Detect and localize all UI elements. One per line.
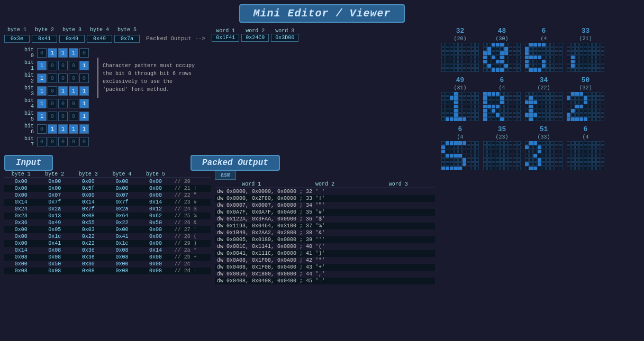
- px-r2-c5: [546, 150, 550, 153]
- main-container: Mini Editor / Viewer byte 1 byte 2 byte …: [0, 0, 644, 341]
- px-r4-c7: [596, 109, 600, 113]
- char-sub-9: (23): [495, 134, 508, 140]
- px-r0-c6: [509, 92, 512, 96]
- bit-row-5: bit 510001: [21, 110, 89, 122]
- bit-cell-r7-c2: 0: [58, 137, 68, 146]
- px-r6-c2: [575, 117, 579, 121]
- px-r4-c5: [462, 158, 466, 162]
- px-r0-c6: [550, 92, 554, 96]
- bit-cell-r4-c4: 1: [79, 99, 89, 108]
- px-r3-c7: [513, 56, 516, 59]
- px-r3-c0: [441, 154, 445, 158]
- px-r3-c2: [533, 105, 537, 108]
- px-r2-c1: [529, 100, 533, 104]
- px-r1-c2: [575, 47, 579, 51]
- bit-cell-r6-c0: 0: [37, 124, 47, 134]
- px-r1-c1: [446, 96, 449, 100]
- px-r5-c2: [575, 162, 579, 166]
- px-r6-c2: [450, 167, 453, 170]
- px-r5-c7: [596, 64, 600, 68]
- char-sub-2: (4: [540, 36, 547, 42]
- px-r1-c4: [542, 47, 546, 51]
- px-r1-c1: [571, 47, 575, 51]
- px-r0-c0: [483, 43, 487, 47]
- tab-asm[interactable]: asm: [215, 171, 236, 180]
- px-r0-c6: [550, 43, 554, 47]
- px-r3-c1: [571, 56, 575, 59]
- input-cell-r1-c0: 0x00: [4, 185, 38, 192]
- px-r5-c6: [509, 162, 512, 166]
- input-cell-r12-c0: 0x00: [4, 261, 38, 268]
- top-section: byte 1 byte 2 byte 3 byte 4 byte 5 0x3e …: [4, 25, 435, 45]
- px-r5-c5: [588, 113, 592, 117]
- input-row-4: 0x240x2a0x7f0x2a0x12// 24 $: [4, 206, 211, 213]
- px-r6-c3: [454, 117, 458, 121]
- bit-row-7: bit 700000: [21, 136, 89, 148]
- input-cell-r10-c3: 0x08: [105, 247, 139, 254]
- px-r4-c7: [513, 158, 516, 162]
- px-r6-c2: [575, 68, 579, 72]
- px-r5-c8: [517, 113, 521, 117]
- px-r0-c0: [525, 43, 529, 47]
- input-cell-r7-c5: // 27 ': [173, 226, 211, 233]
- px-r4-c4: [542, 158, 546, 162]
- px-r5-c4: [500, 113, 504, 117]
- px-r5-c4: [500, 64, 504, 68]
- bit-row-label-1: bit 1: [21, 60, 36, 71]
- px-r2-c4: [584, 51, 587, 55]
- px-r1-c8: [517, 96, 521, 100]
- px-r1-c6: [467, 47, 470, 51]
- px-r1-c5: [546, 145, 550, 149]
- px-r6-c4: [542, 117, 546, 121]
- byte-label-3: byte 3: [59, 27, 85, 33]
- input-cell-r4-c4: 0x12: [139, 206, 173, 213]
- input-cell-r5-c5: // 25 %: [173, 213, 211, 219]
- bit-row-0: bit 001110: [21, 47, 89, 59]
- input-cell-r2-c4: 0x00: [139, 192, 173, 199]
- px-r4-c2: [492, 158, 495, 162]
- px-r0-c1: [529, 141, 533, 145]
- px-r2-c1: [487, 100, 491, 104]
- byte-val-1: 0x3e: [4, 35, 30, 43]
- bit-cell-r4-c1: 0: [48, 99, 57, 108]
- middle-section: bit 001110bit 110001bit 210000bit 310111…: [4, 45, 435, 151]
- px-r2-c2: [492, 100, 495, 104]
- px-r6-c6: [509, 68, 512, 72]
- px-r6-c5: [546, 68, 550, 72]
- px-r3-c5: [588, 105, 592, 108]
- px-r2-c5: [588, 150, 592, 153]
- input-cell-r7-c4: 0x00: [139, 226, 173, 233]
- output-cell-6: dw 0x1B49, 0x2AA2, 0x2800 ; 38 '&': [215, 229, 435, 236]
- px-r3-c0: [483, 105, 487, 108]
- input-cell-r11-c5: // 2b +: [173, 254, 211, 261]
- char-block-1: 48(30): [483, 27, 521, 72]
- px-r0-c1: [446, 92, 449, 96]
- px-r6-c6: [550, 117, 554, 121]
- px-r2-c6: [509, 51, 512, 55]
- px-r0-c4: [458, 92, 462, 96]
- px-r3-c8: [517, 56, 521, 59]
- bit-cell-r7-c1: 0: [48, 137, 57, 146]
- px-r1-c5: [462, 145, 466, 149]
- char-sub-1: (30): [495, 36, 508, 42]
- px-r0-c0: [567, 141, 570, 145]
- px-r0-c5: [504, 141, 508, 145]
- px-r5-c7: [471, 64, 475, 68]
- px-r2-c0: [483, 150, 487, 153]
- px-r4-c3: [496, 109, 500, 113]
- px-r3-c4: [542, 154, 546, 158]
- input-row-1: 0x000x000x5f0x000x00// 21 !: [4, 185, 211, 192]
- px-r3-c7: [471, 56, 475, 59]
- px-r1-c1: [529, 145, 533, 149]
- px-r2-c6: [592, 100, 596, 104]
- px-r6-c5: [546, 167, 550, 170]
- char-code-9: 35: [498, 125, 506, 133]
- char-block-9: 35(23): [483, 125, 521, 170]
- px-r0-c2: [492, 92, 495, 96]
- px-r3-c0: [567, 56, 570, 59]
- px-r3-c1: [529, 56, 533, 59]
- px-r4-c7: [513, 109, 516, 113]
- px-r1-c6: [509, 47, 512, 51]
- px-r0-c1: [571, 92, 575, 96]
- px-r3-c0: [483, 154, 487, 158]
